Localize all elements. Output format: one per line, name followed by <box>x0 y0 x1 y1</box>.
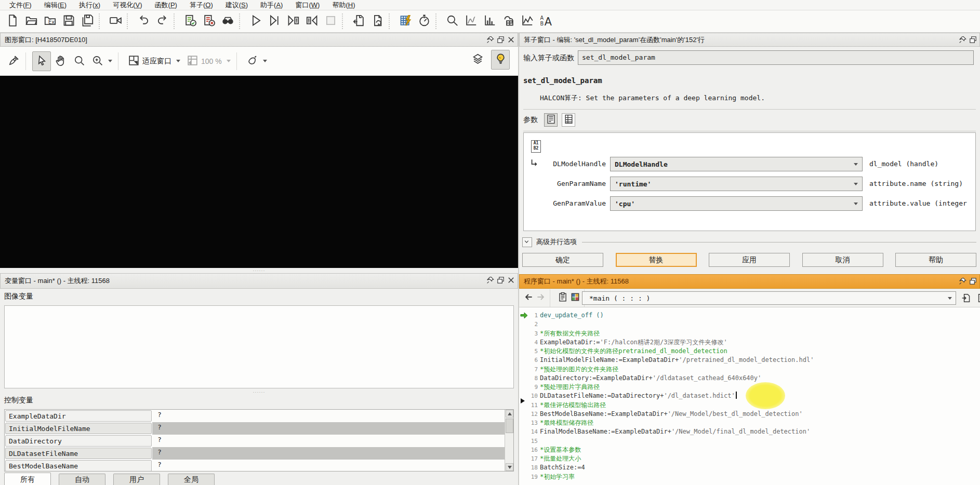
param-value-combo[interactable]: DLModelHandle <box>610 157 863 171</box>
table-view-button[interactable] <box>562 113 575 127</box>
new-file-button[interactable] <box>3 12 22 31</box>
select-cursor-button[interactable] <box>32 51 51 71</box>
list-view-button[interactable] <box>544 113 558 127</box>
menu-item-建议[interactable]: 建议(S) <box>219 0 254 10</box>
code-line-13[interactable]: 13*最终模型储存路径 <box>519 419 980 427</box>
chevron-down-icon[interactable] <box>176 60 180 62</box>
chevron-down-icon[interactable] <box>854 203 858 205</box>
button-应用[interactable]: 应用 <box>709 253 790 267</box>
doc-cut-button[interactable] <box>975 291 980 306</box>
code-line-1[interactable]: 1dev_update_off () <box>519 311 980 320</box>
stop-button[interactable] <box>321 12 340 31</box>
clear-graphics-button[interactable] <box>4 51 23 71</box>
nav-forward-button[interactable] <box>535 291 547 305</box>
reload-program-button[interactable] <box>368 12 387 31</box>
variable-window-titlebar[interactable]: 变量窗口 - main* () - 主线程: 11568 <box>0 273 518 289</box>
chevron-down-icon[interactable] <box>854 163 858 166</box>
variable-name[interactable]: ExampleDataDir <box>5 410 152 422</box>
run-button[interactable] <box>246 12 265 31</box>
tab-全局[interactable]: 全局 <box>168 474 215 485</box>
menu-item-帮助[interactable]: 帮助(H) <box>326 0 361 10</box>
code-line-5[interactable]: 5*初始化模型的文件夹的路径pretrained_dl_model_detect… <box>519 347 980 356</box>
open-program-button[interactable] <box>22 12 41 31</box>
font-settings-button[interactable]: ABA <box>536 12 555 31</box>
param-value-combo[interactable]: 'cpu' <box>610 196 863 211</box>
fit-window-button[interactable]: 适应窗口 <box>125 51 183 71</box>
variable-row[interactable]: DLDatasetFileName? <box>5 447 513 460</box>
code-line-15[interactable]: 15 <box>519 437 980 446</box>
code-line-6[interactable]: 6InitialModelFileName:=ExampleDataDir+'/… <box>519 356 980 365</box>
horizontal-splitter[interactable]: ······ <box>0 268 518 273</box>
undo-button[interactable] <box>134 12 153 31</box>
feature-histogram-button[interactable] <box>480 12 499 31</box>
save-all-button[interactable] <box>78 12 97 31</box>
code-line-10[interactable]: 10DLDatasetFileName:=DataDirectory+'/dl_… <box>519 392 980 400</box>
graphics-window-titlebar[interactable]: 图形窗口: [H418507DE010] <box>0 33 518 47</box>
tab-自动[interactable]: 自动 <box>59 474 105 485</box>
zoom-rect-button[interactable] <box>70 51 88 71</box>
variable-row[interactable]: ExampleDataDir? <box>5 410 513 422</box>
operator-input[interactable]: set_dl_model_param <box>578 50 974 65</box>
menu-item-编辑[interactable]: 编辑(E) <box>38 0 73 10</box>
camera-assistant-button[interactable] <box>106 12 125 31</box>
scroll-down-arrow[interactable] <box>506 463 513 471</box>
menu-item-算子[interactable]: 算子(O) <box>183 0 219 10</box>
variable-values-icon[interactable]: A1B2 <box>531 140 541 153</box>
code-line-8[interactable]: 8DataDirectory:=ExampleDataDir+'/dldatas… <box>519 374 980 383</box>
paste-insert-button[interactable] <box>557 291 569 305</box>
zoom-window-button[interactable] <box>443 12 461 31</box>
code-line-2[interactable]: 2 <box>519 320 980 329</box>
step-out-button[interactable] <box>302 12 321 31</box>
layers-button[interactable] <box>468 50 487 70</box>
variable-name[interactable]: DLDatasetFileName <box>5 448 152 459</box>
pin-button[interactable] <box>486 276 495 286</box>
draw-region-button[interactable] <box>243 51 270 71</box>
float-button[interactable] <box>969 277 977 287</box>
profiler-button[interactable] <box>415 12 433 31</box>
menu-item-函数[interactable]: 函数(P) <box>149 0 183 10</box>
code-line-11[interactable]: 11*最佳评估模型输出路径 <box>519 401 980 410</box>
variable-name[interactable]: InitialModelFileName <box>5 423 152 434</box>
line-profile-button[interactable] <box>518 12 536 31</box>
redo-button[interactable] <box>153 12 171 31</box>
code-line-3[interactable]: 3*所有数据文件夹路径 <box>519 329 980 338</box>
image-variables-area[interactable] <box>4 305 514 388</box>
pan-hand-button[interactable] <box>51 51 70 71</box>
code-line-17[interactable]: 17*批量处理大小 <box>519 454 980 463</box>
jump-line-button[interactable] <box>960 291 973 306</box>
find-button[interactable] <box>218 12 237 31</box>
variable-row[interactable]: InitialModelFileName? <box>5 422 513 435</box>
horizontal-splitter-2[interactable]: ······ <box>0 389 518 395</box>
chevron-down-icon[interactable] <box>108 60 112 62</box>
operator-window-titlebar[interactable]: 算子窗口 - 编辑: 'set_dl_model_param'在函数'main'… <box>519 33 980 47</box>
menu-item-文件[interactable]: 文件(F) <box>3 0 38 10</box>
step-into-button[interactable] <box>284 12 302 31</box>
menu-item-执行[interactable]: 执行(x) <box>73 0 107 10</box>
variable-name[interactable]: BestModelBaseName <box>5 460 152 471</box>
save-button[interactable] <box>59 12 78 31</box>
code-line-18[interactable]: 18BatchSize:=4 <box>519 463 980 472</box>
float-button[interactable] <box>496 35 505 46</box>
variable-name[interactable]: DataDirectory <box>5 435 152 447</box>
button-取消[interactable]: 取消 <box>802 253 883 267</box>
zoom-in-button[interactable] <box>88 51 115 71</box>
variable-value[interactable]: ? <box>152 435 513 447</box>
scrollbar[interactable] <box>505 410 513 471</box>
menu-item-窗口[interactable]: 窗口(W) <box>289 0 326 10</box>
chevron-down-icon[interactable] <box>263 60 267 62</box>
tab-所有[interactable]: 所有 <box>4 473 51 485</box>
variable-row[interactable]: DataDirectory? <box>5 435 513 447</box>
open-example-button[interactable]: Ex <box>41 12 59 31</box>
code-line-14[interactable]: 14FinalModelBaseName:=ExampleDataDir+'/N… <box>519 427 980 436</box>
code-editor[interactable]: 1dev_update_off ()23*所有数据文件夹路径4ExampleDa… <box>519 307 980 485</box>
chevron-down-icon[interactable] <box>854 183 858 185</box>
close-button[interactable] <box>507 35 515 46</box>
chevron-down-icon[interactable] <box>227 60 231 62</box>
variable-value[interactable]: ? <box>152 447 513 460</box>
gray-histogram-button[interactable] <box>461 12 480 31</box>
button-替换[interactable]: 替换 <box>616 253 697 267</box>
step-over-button[interactable] <box>265 12 284 31</box>
tab-用户[interactable]: 用户 <box>113 474 160 485</box>
auto-visualize-button[interactable] <box>491 50 510 70</box>
collapse-chevron-button[interactable] <box>522 237 532 247</box>
